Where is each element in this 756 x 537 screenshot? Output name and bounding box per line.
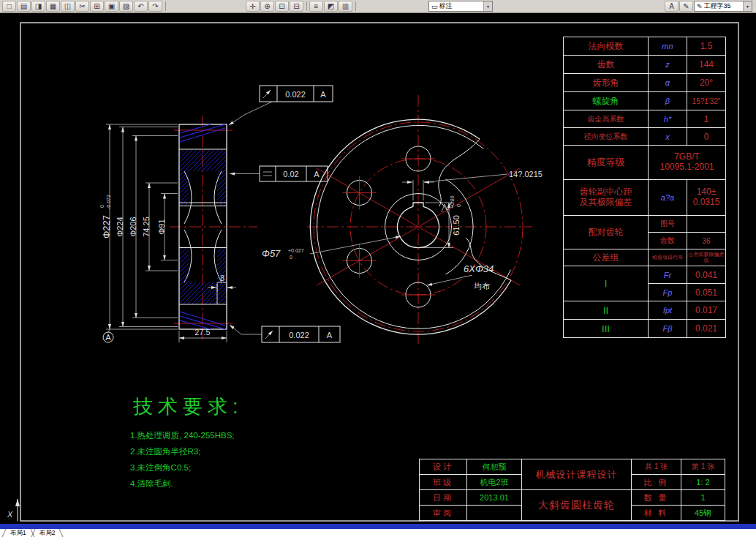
tech-requirement-item: 2.未注圆角半径R3; (130, 443, 243, 459)
param-value-helix-angle: 15?1'32" (687, 92, 725, 110)
tech-requirement-item: 4.清除毛刺. (130, 476, 243, 492)
text-style-dropdown[interactable]: ✎ 工程字35 ▾ (694, 1, 752, 12)
tech-requirements: 技术要求: 1.热处理调质, 240-255HBS; 2.未注圆角半径R3; 3… (130, 394, 243, 492)
copy-button[interactable]: ⊞ (90, 1, 104, 12)
paste-button[interactable]: ▣ (105, 1, 118, 12)
title-block: 设计 何恕预 机械设计课程设计 共 1 张 第 1 张 班级 机电2班 比 例 … (419, 459, 725, 521)
pan-button[interactable]: ✛ (246, 1, 260, 12)
precision-line2: 10095.1-2001 (659, 162, 714, 173)
tolerance-symbol-fr: Fr (649, 266, 687, 283)
text-style-value: 工程字35 (704, 1, 741, 11)
plot-button[interactable]: ▦ (46, 1, 60, 12)
runout-symbol-icon (263, 90, 271, 98)
dim-holes-note: 均布 (474, 282, 490, 290)
text-tool-button[interactable]: A (665, 1, 678, 12)
scissors-icon: ✂ (79, 3, 85, 10)
tolerance-symbol-fpt: fpt (649, 301, 687, 319)
layout-tabs: 布局1 布局2 (0, 529, 756, 537)
tab-layout2[interactable]: 布局2 (33, 529, 62, 537)
zoom-window-button[interactable]: ⊡ (275, 1, 289, 12)
date-label: 日期 (420, 490, 466, 505)
param-value-pressure-angle: 20° (687, 74, 725, 91)
zoom-realtime-icon: ⊕ (264, 3, 270, 10)
fcf-runout-top: 0.022 A (229, 86, 333, 125)
sheets-total: 共 1 张 (632, 459, 681, 474)
fcf3-datum: A (327, 331, 333, 339)
preview-button[interactable]: ◫ (61, 1, 75, 12)
match-properties-icon: ▨ (123, 3, 129, 10)
dim-7425-text: 74.25 (142, 217, 151, 237)
param-label-pressure-angle: 齿形角 (564, 74, 648, 91)
designer-value: 何恕预 (467, 459, 521, 474)
dim-keyway-depth-tol-upper: +0.20 (450, 195, 455, 209)
tolerance-group-2: II (564, 301, 648, 319)
center-distance-val1: 140± (697, 187, 717, 198)
fcf2-datum: A (314, 170, 320, 179)
tab-layout1[interactable]: 布局1 (4, 529, 33, 537)
dim-d224-text: Φ224 (116, 217, 124, 236)
ucs-icon: X (7, 499, 18, 521)
dim-od-tol-lower: -0.072 (106, 195, 111, 209)
mating-gear-figure-label: 图号 (649, 216, 687, 232)
chevron-down-icon[interactable]: ▾ (743, 1, 752, 11)
undo-button[interactable]: ↶ (134, 1, 148, 12)
dim-keyway-depth-tol-lower: 0 (456, 204, 461, 207)
param-label-helix-angle: 螺旋角 (564, 92, 648, 110)
save-button[interactable]: ◨ (31, 1, 45, 12)
param-label-module: 法向模数 (564, 37, 648, 55)
date-value: 2013.01 (467, 490, 521, 505)
layers-button[interactable]: ≡ (309, 1, 323, 12)
dim-d91-text: Φ91 (157, 219, 166, 234)
dim-style-dropdown[interactable]: ▭ 标注 ▾ (428, 1, 493, 12)
dim-275-text: 27.5 (194, 328, 210, 337)
param-label-center-distance: 齿轮副中心距 及其极限偏差 (564, 180, 648, 215)
drawing-canvas[interactable]: Φ227 0 -0.072 Φ224 Φ206 (0, 13, 756, 524)
tech-requirement-item: 3.未注倒角C0.5; (130, 459, 243, 476)
dim-keyway-depth-text: 61.50 (452, 215, 461, 236)
match-properties-button[interactable]: ▨ (119, 1, 133, 12)
command-line-strip[interactable] (0, 524, 756, 529)
mating-gear-teeth-label: 齿数 (649, 233, 687, 249)
tech-requirement-item: 1.热处理调质, 240-255HBS; (130, 427, 243, 443)
style-tool-button[interactable]: ✎ (679, 1, 693, 12)
zoom-previous-button[interactable]: ⊟ (290, 1, 303, 12)
dim-od-tol-upper: 0 (99, 205, 105, 208)
dim-bore-tol-lower: 0 (290, 255, 292, 260)
linetype-button[interactable]: ▥ (339, 1, 352, 12)
dim-d206-text: Φ206 (129, 217, 137, 236)
param-symbol-pressure-angle: α (649, 74, 687, 91)
center-distance-line1: 齿轮副中心距 (580, 187, 632, 198)
param-symbol-module: mn (649, 37, 687, 55)
mating-gear-teeth-value: 36 (687, 233, 725, 249)
param-label-precision: 精度等级 (564, 146, 648, 179)
dim-style-value: 标注 (439, 1, 482, 11)
cut-button[interactable]: ✂ (75, 1, 89, 12)
new-button[interactable]: □ (2, 1, 16, 12)
bottom-bar: 布局1 布局2 (0, 524, 756, 537)
dim-keyway-width-text: 14?.0215 (509, 170, 543, 179)
param-value-precision: 7GB/T 10095.1-2001 (649, 146, 725, 179)
open-button[interactable]: ▤ (17, 1, 31, 12)
param-label-addendum-coeff: 齿全高系数 (564, 110, 648, 127)
param-symbol-teeth: z (649, 56, 687, 73)
fcf-parallel-mid: 0.02 A (230, 166, 328, 181)
part-name: 大斜齿圆柱齿轮 (522, 490, 631, 520)
dim-bore-text: Φ57 (262, 248, 281, 259)
param-label-mating-gear: 配对齿轮 (564, 216, 648, 249)
fcf2-value: 0.02 (283, 170, 298, 179)
fcf1-value: 0.022 (285, 90, 306, 99)
tolerance-value-fr: 0.041 (687, 266, 725, 283)
tolerance-value-header: 公差或极限偏差值 (687, 249, 725, 266)
toolbar-separator (355, 1, 356, 11)
zoom-previous-icon: ⊟ (293, 3, 299, 10)
save-icon: ◨ (35, 3, 42, 10)
chevron-down-icon[interactable]: ▾ (483, 1, 492, 11)
param-symbol-addendum-coeff: h* (649, 110, 687, 127)
zoom-realtime-button[interactable]: ⊕ (260, 1, 274, 12)
layer-color-icon: ◩ (328, 3, 334, 10)
layer-color-button[interactable]: ◩ (324, 1, 338, 12)
param-value-shift-coeff: 0 (687, 128, 725, 145)
scale-value: 1: 2 (681, 475, 725, 489)
redo-button[interactable]: ↷ (148, 1, 162, 12)
pencil-icon: ✎ (697, 3, 703, 10)
